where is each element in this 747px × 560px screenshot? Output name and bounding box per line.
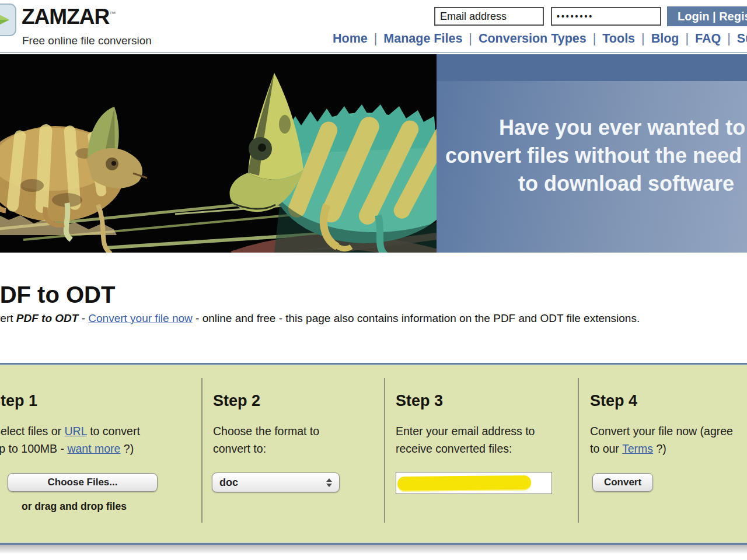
nav-home[interactable]: Home xyxy=(333,32,368,46)
brand-tagline: Free online file conversion xyxy=(22,34,152,47)
login-email-input[interactable] xyxy=(434,7,544,26)
main-nav: Home|Manage Files|Conversion Types|Tools… xyxy=(333,32,747,46)
nav-support[interactable]: Support xyxy=(737,32,747,46)
step3-text-line1: Enter your email address to xyxy=(396,425,535,438)
banner-top-band xyxy=(437,54,747,81)
hero-photo-chameleons xyxy=(0,54,437,253)
step2-text-line2: convert to: xyxy=(213,442,266,456)
header-divider xyxy=(0,52,747,53)
convert-button[interactable]: Convert xyxy=(592,473,653,492)
step1-text-line2: (up to 100MB - want more ?) xyxy=(0,442,134,456)
step2-text-line1: Choose the format to xyxy=(213,425,319,438)
step1-text-line1: Select files or URL to convert xyxy=(0,425,140,438)
intro-conversion-name: PDF to ODT xyxy=(16,312,79,324)
nav-conversion-types[interactable]: Conversion Types xyxy=(479,32,587,46)
step2-title: Step 2 xyxy=(213,392,260,410)
zamzar-logo-icon xyxy=(0,4,16,36)
intro-line: Convert PDF to ODT - Convert your file n… xyxy=(0,312,640,325)
step3-text-line2: receive converted files: xyxy=(396,442,512,456)
step3-title: Step 3 xyxy=(396,392,443,410)
step1-line1-pre: Select files or xyxy=(0,425,64,438)
intro-dash: - xyxy=(78,312,88,324)
nav-separator: | xyxy=(727,32,731,46)
step1-line2-post: ?) xyxy=(120,442,134,455)
step-divider-1 xyxy=(201,378,203,523)
intro-prefix: Convert xyxy=(0,312,16,324)
terms-link[interactable]: Terms xyxy=(622,442,653,455)
nav-faq[interactable]: FAQ xyxy=(695,32,721,46)
want-more-link[interactable]: want more xyxy=(67,442,120,455)
step-divider-3 xyxy=(578,378,579,523)
convert-your-file-now-link[interactable]: Convert your file now xyxy=(88,312,192,324)
step4-title: Step 4 xyxy=(590,392,637,410)
drag-drop-note: or drag and drop files xyxy=(22,501,127,513)
nav-manage-files[interactable]: Manage Files xyxy=(383,32,462,46)
nav-tools[interactable]: Tools xyxy=(602,32,635,46)
login-register-button[interactable]: Login | Register xyxy=(667,6,747,26)
nav-separator: | xyxy=(685,32,689,46)
format-select[interactable]: doc xyxy=(212,473,340,492)
trademark-symbol: ™ xyxy=(109,10,116,18)
url-link[interactable]: URL xyxy=(64,425,86,438)
step1-line2-pre: (up to 100MB - xyxy=(0,442,67,455)
zamzar-page: ZAMZAR™ Free online file conversion Logi… xyxy=(0,0,747,560)
banner-headline-line2: convert files without the need xyxy=(445,144,742,168)
page-title: PDF to ODT xyxy=(0,282,115,308)
format-select-value: doc xyxy=(219,477,238,489)
nav-blog[interactable]: Blog xyxy=(651,32,679,46)
intro-suffix: - online and free - this page also conta… xyxy=(193,312,640,324)
nav-separator: | xyxy=(641,32,645,46)
choose-files-button[interactable]: Choose Files... xyxy=(8,473,158,492)
redaction-highlight xyxy=(397,475,531,491)
nav-separator: | xyxy=(374,32,378,46)
step4-line2-pre: to our xyxy=(590,442,622,455)
select-updown-icon xyxy=(326,478,332,487)
brand-logotype: ZAMZAR™ xyxy=(22,5,116,29)
step4-text-line1: Convert your file now (agree xyxy=(590,425,733,438)
banner-headline-line3: to download software xyxy=(518,172,734,196)
step4-line2-post: ?) xyxy=(653,442,666,455)
login-password-input[interactable] xyxy=(551,7,661,26)
panel-bottom-shadow xyxy=(0,545,747,554)
step4-text-line2: to our Terms ?) xyxy=(590,442,666,456)
banner-headline-line1: Have you ever wanted to xyxy=(499,116,745,140)
step1-title: Step 1 xyxy=(0,392,37,410)
step-divider-2 xyxy=(384,378,385,523)
nav-separator: | xyxy=(469,32,472,46)
step1-line1-post: to convert xyxy=(87,425,140,438)
nav-separator: | xyxy=(593,32,596,46)
